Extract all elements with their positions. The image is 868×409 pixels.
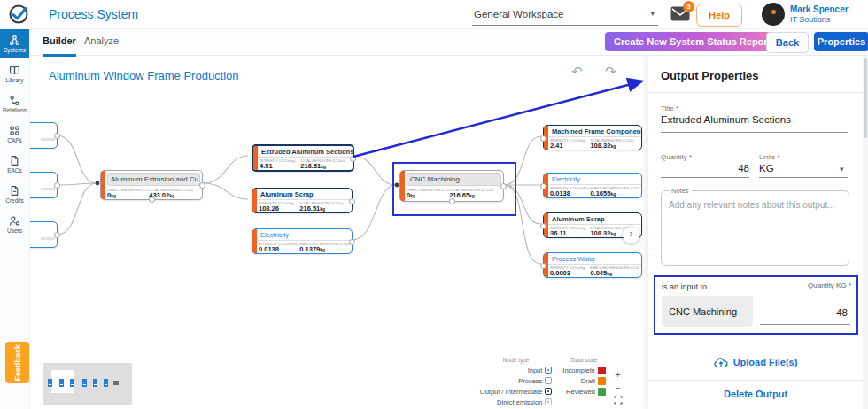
node-machined-frame-component[interactable]: Machined Frame Component INTENSITY (CO2e… bbox=[543, 125, 642, 150]
caret-down-icon: ▾ bbox=[650, 9, 655, 18]
help-button[interactable]: Help bbox=[696, 4, 742, 27]
input-port[interactable] bbox=[540, 183, 546, 189]
upload-files-button[interactable]: Upload File(s) bbox=[648, 357, 863, 367]
draft-state-swatch bbox=[598, 377, 606, 385]
back-button[interactable]: Back bbox=[766, 32, 809, 53]
node-input-partial[interactable] bbox=[29, 122, 58, 149]
sidebar-item-systems[interactable]: Systems bbox=[0, 29, 29, 58]
output-port[interactable] bbox=[350, 156, 356, 162]
node-electricity-2[interactable]: Electricity INTENSITY (CO2e/kWh) 0.0138 … bbox=[543, 173, 642, 198]
legend-data-state: Data state Incomplete Draft Reviewed bbox=[562, 357, 606, 397]
input-to-quantity-label: Quantity KG * bbox=[808, 282, 851, 289]
input-to-label: is an input to bbox=[662, 282, 707, 291]
node-aluminum-scrap-1[interactable]: Aluminum Scrap INTENSITY (CO2e/kg) 108.2… bbox=[252, 188, 353, 213]
output-port[interactable] bbox=[54, 133, 60, 139]
sidebar-item-library[interactable]: Library bbox=[0, 59, 29, 89]
app-logo-icon bbox=[7, 3, 30, 26]
mail-badge: 3 bbox=[683, 1, 694, 12]
direct-emission-node-icon bbox=[545, 398, 552, 405]
node-input-partial[interactable] bbox=[29, 221, 58, 248]
title-field-label: Title * bbox=[661, 104, 678, 112]
toolbar: Builder Analyze Create New System Status… bbox=[29, 28, 868, 56]
output-node-icon bbox=[545, 388, 552, 395]
fit-view-icon bbox=[614, 396, 623, 405]
incomplete-state-swatch bbox=[598, 367, 606, 374]
relations-icon bbox=[9, 95, 20, 106]
units-field-label: Units * bbox=[759, 153, 780, 161]
zoom-out-button[interactable]: − bbox=[612, 382, 624, 394]
sidebar-item-caps[interactable]: CAPs bbox=[0, 120, 29, 149]
grid-icon bbox=[9, 125, 20, 136]
node-extruded-aluminum-sections[interactable]: Extruded Aluminum Sections INTENSITY (CO… bbox=[252, 144, 354, 172]
systems-icon bbox=[9, 35, 20, 46]
output-port[interactable] bbox=[54, 232, 60, 238]
output-properties-panel: Output Properties Title * Extruded Alumi… bbox=[648, 55, 863, 409]
cloud-upload-icon bbox=[714, 357, 728, 367]
process-node-icon bbox=[545, 377, 552, 384]
output-port[interactable] bbox=[54, 182, 60, 189]
node-process-water[interactable]: Process Water INTENSITY (CO2e/kg) 0.0003… bbox=[543, 252, 642, 278]
sidebar-item-users[interactable]: Users bbox=[0, 210, 29, 239]
node-electricity-1[interactable]: Electricity INTENSITY (CO2e/kWh) 0.0138 … bbox=[252, 228, 353, 254]
zoom-controls: + − bbox=[612, 369, 624, 407]
output-port[interactable] bbox=[500, 183, 507, 189]
input-node-icon bbox=[545, 367, 552, 374]
input-to-target-chip[interactable]: CNC Machining bbox=[662, 296, 753, 327]
document-icon bbox=[9, 185, 20, 197]
units-select[interactable]: KG bbox=[759, 163, 774, 174]
input-port[interactable] bbox=[540, 223, 546, 229]
scrollbar-thumb[interactable] bbox=[864, 58, 867, 138]
tab-builder[interactable]: Builder bbox=[43, 28, 76, 57]
user-gear-icon bbox=[9, 215, 20, 227]
fit-view-button[interactable] bbox=[612, 396, 624, 407]
zoom-in-button[interactable]: + bbox=[612, 369, 624, 381]
output-port[interactable] bbox=[349, 198, 355, 204]
notes-placeholder: Add any relevant notes about this output… bbox=[669, 200, 841, 210]
sidebar-item-relations[interactable]: Relations bbox=[0, 89, 29, 119]
create-report-button[interactable]: Create New System Status Report✦ bbox=[605, 32, 794, 51]
collapse-panel-button[interactable]: › bbox=[623, 227, 639, 243]
notes-textarea[interactable]: Notes Add any relevant notes about this … bbox=[661, 190, 849, 266]
legend-node-type: Node type Input Process Output / Interme… bbox=[480, 357, 552, 407]
notes-label: Notes bbox=[669, 187, 692, 195]
page-title: Process System bbox=[49, 7, 138, 21]
sidebar-item-credits[interactable]: Credits bbox=[0, 180, 29, 209]
legend: Node type Input Process Output / Interme… bbox=[480, 357, 606, 407]
node-aluminum-extrusion[interactable]: Aluminum Extrusion and Cu... DIRECT EMIS… bbox=[100, 170, 203, 200]
book-icon bbox=[9, 65, 20, 76]
input-to-section: is an input to Quantity KG * CNC Machini… bbox=[654, 275, 858, 335]
title-field[interactable]: Extruded Aluminum Sections bbox=[661, 114, 791, 125]
input-port[interactable] bbox=[540, 135, 546, 142]
document-icon bbox=[9, 155, 20, 166]
workspace-selector[interactable]: General Workspace ▾ bbox=[472, 4, 658, 26]
bottom-port[interactable] bbox=[449, 198, 455, 204]
reviewed-state-swatch bbox=[598, 388, 606, 396]
panel-title: Output Properties bbox=[661, 69, 759, 82]
node-cnc-machining[interactable]: CNC Machining DIRECT EMISSIONS (CO2e) 0k… bbox=[399, 170, 504, 202]
panel-scrollbar[interactable] bbox=[863, 55, 868, 409]
output-port[interactable] bbox=[349, 239, 355, 245]
flow-canvas[interactable]: Aluminum Window Frame Production ↶ ↷ Alu… bbox=[29, 55, 648, 409]
input-port[interactable] bbox=[540, 263, 546, 269]
app-header: Process System General Workspace ▾ 3 Hel… bbox=[0, 0, 868, 29]
properties-button[interactable]: Properties bbox=[814, 32, 868, 51]
avatar[interactable] bbox=[762, 3, 785, 26]
output-port[interactable] bbox=[199, 182, 205, 189]
feedback-tab[interactable]: Feedback bbox=[5, 342, 29, 383]
quantity-field-label: Quantity * bbox=[661, 153, 692, 161]
user-org: IT Soutions bbox=[790, 15, 830, 24]
minimap[interactable] bbox=[43, 363, 132, 405]
user-name: Mark Spencer bbox=[790, 4, 849, 14]
caret-down-icon: ▾ bbox=[840, 165, 844, 174]
bottom-port[interactable] bbox=[149, 197, 155, 203]
node-input-partial[interactable] bbox=[29, 172, 58, 198]
tab-analyze[interactable]: Analyze bbox=[84, 28, 119, 54]
quantity-field[interactable]: 48 bbox=[661, 163, 749, 174]
sidebar-item-eacs[interactable]: EACs bbox=[0, 150, 29, 179]
chevron-right-icon: › bbox=[630, 228, 633, 240]
input-to-quantity-field[interactable]: 48 bbox=[836, 307, 848, 318]
delete-output-button[interactable]: Delete Output bbox=[648, 389, 863, 399]
